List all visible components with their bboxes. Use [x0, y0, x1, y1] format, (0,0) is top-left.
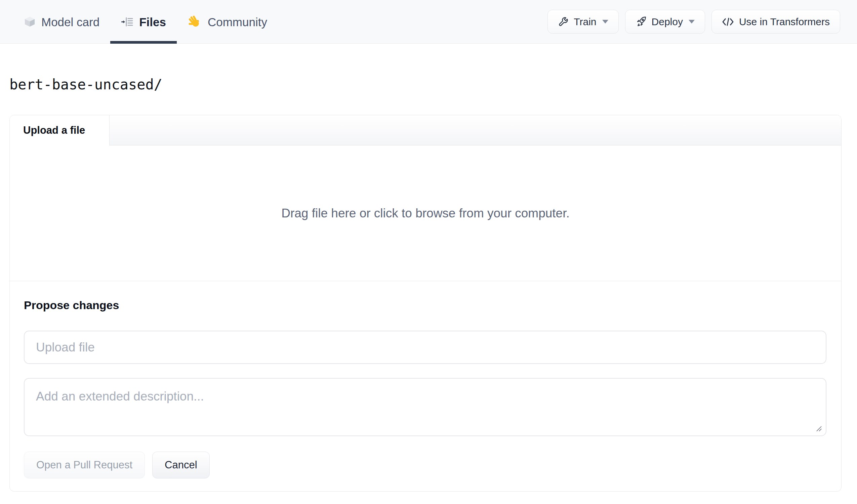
propose-changes-heading: Propose changes: [24, 299, 826, 312]
deploy-button-label: Deploy: [652, 16, 683, 28]
use-in-transformers-label: Use in Transformers: [739, 16, 830, 28]
train-button[interactable]: Train: [548, 10, 618, 34]
cube-icon: [23, 15, 36, 28]
tab-model-card-label: Model card: [41, 15, 100, 28]
tab-community[interactable]: Community: [177, 0, 278, 43]
upload-filename-input[interactable]: [24, 331, 826, 364]
code-icon: [722, 17, 734, 27]
tab-upload-a-file[interactable]: Upload a file: [10, 115, 110, 146]
files-list-icon: [121, 15, 134, 28]
propose-changes-section: Propose changes Open a Pull Request Canc…: [10, 281, 841, 491]
cancel-button[interactable]: Cancel: [152, 452, 210, 478]
rocket-icon: [636, 16, 646, 27]
tab-community-label: Community: [208, 15, 267, 28]
deploy-button[interactable]: Deploy: [625, 10, 705, 34]
tab-model-card[interactable]: Model card: [13, 0, 110, 43]
open-pull-request-button[interactable]: Open a Pull Request: [24, 452, 145, 478]
tab-upload-a-file-label: Upload a file: [23, 124, 85, 136]
upload-panel: Upload a file Drag file here or click to…: [10, 115, 842, 491]
propose-actions-row: Open a Pull Request Cancel: [24, 452, 826, 478]
tabbar-filler: [110, 115, 841, 146]
breadcrumb: bert-base-uncased/: [10, 77, 857, 93]
repo-header: Model card Files: [0, 0, 857, 44]
file-dropzone[interactable]: Drag file here or click to browse from y…: [10, 146, 841, 281]
description-textarea-wrap: [24, 378, 826, 436]
tab-files[interactable]: Files: [110, 0, 177, 43]
train-button-label: Train: [574, 16, 596, 28]
waving-hand-icon: [187, 14, 202, 29]
chevron-down-icon: [689, 20, 695, 23]
wrench-icon: [558, 16, 569, 27]
header-actions: Train Deploy: [548, 0, 840, 43]
use-in-transformers-button[interactable]: Use in Transformers: [711, 10, 840, 34]
description-textarea[interactable]: [24, 378, 826, 436]
dropzone-hint-text: Drag file here or click to browse from y…: [281, 206, 570, 220]
upload-panel-tabbar: Upload a file: [10, 115, 841, 146]
chevron-down-icon: [602, 20, 608, 23]
tab-files-label: Files: [139, 15, 166, 28]
repo-nav-tabs: Model card Files: [13, 0, 278, 43]
breadcrumb-path[interactable]: bert-base-uncased/: [10, 76, 162, 93]
